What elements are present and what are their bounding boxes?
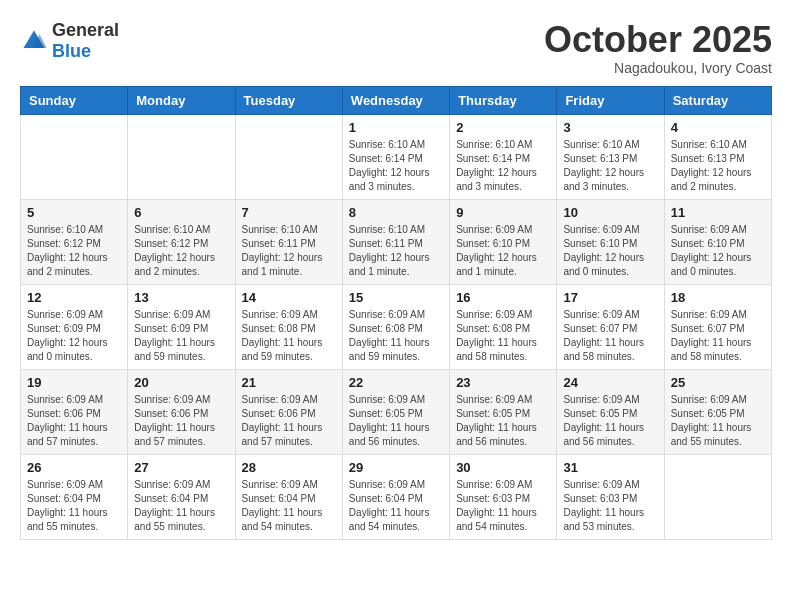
calendar-cell: 18Sunrise: 6:09 AM Sunset: 6:07 PM Dayli… <box>664 284 771 369</box>
calendar-cell: 29Sunrise: 6:09 AM Sunset: 6:04 PM Dayli… <box>342 454 449 539</box>
day-info: Sunrise: 6:09 AM Sunset: 6:07 PM Dayligh… <box>563 308 657 364</box>
calendar-cell: 9Sunrise: 6:09 AM Sunset: 6:10 PM Daylig… <box>450 199 557 284</box>
calendar-cell: 2Sunrise: 6:10 AM Sunset: 6:14 PM Daylig… <box>450 114 557 199</box>
calendar-cell: 25Sunrise: 6:09 AM Sunset: 6:05 PM Dayli… <box>664 369 771 454</box>
calendar-week-row: 12Sunrise: 6:09 AM Sunset: 6:09 PM Dayli… <box>21 284 772 369</box>
logo-wordmark: General Blue <box>52 20 119 62</box>
day-info: Sunrise: 6:09 AM Sunset: 6:08 PM Dayligh… <box>242 308 336 364</box>
day-number: 22 <box>349 375 443 390</box>
day-info: Sunrise: 6:09 AM Sunset: 6:08 PM Dayligh… <box>456 308 550 364</box>
calendar-cell <box>235 114 342 199</box>
calendar-cell: 19Sunrise: 6:09 AM Sunset: 6:06 PM Dayli… <box>21 369 128 454</box>
day-number: 1 <box>349 120 443 135</box>
logo-general: General <box>52 20 119 40</box>
calendar-cell <box>664 454 771 539</box>
calendar-cell: 24Sunrise: 6:09 AM Sunset: 6:05 PM Dayli… <box>557 369 664 454</box>
day-info: Sunrise: 6:09 AM Sunset: 6:06 PM Dayligh… <box>27 393 121 449</box>
day-info: Sunrise: 6:09 AM Sunset: 6:07 PM Dayligh… <box>671 308 765 364</box>
day-number: 21 <box>242 375 336 390</box>
day-info: Sunrise: 6:09 AM Sunset: 6:06 PM Dayligh… <box>134 393 228 449</box>
day-number: 17 <box>563 290 657 305</box>
weekday-header-tuesday: Tuesday <box>235 86 342 114</box>
day-info: Sunrise: 6:09 AM Sunset: 6:05 PM Dayligh… <box>671 393 765 449</box>
day-number: 10 <box>563 205 657 220</box>
page-header: General Blue October 2025 Nagadoukou, Iv… <box>20 20 772 76</box>
day-number: 23 <box>456 375 550 390</box>
calendar-cell: 30Sunrise: 6:09 AM Sunset: 6:03 PM Dayli… <box>450 454 557 539</box>
day-number: 30 <box>456 460 550 475</box>
day-info: Sunrise: 6:09 AM Sunset: 6:04 PM Dayligh… <box>134 478 228 534</box>
day-info: Sunrise: 6:10 AM Sunset: 6:14 PM Dayligh… <box>456 138 550 194</box>
calendar-table: SundayMondayTuesdayWednesdayThursdayFrid… <box>20 86 772 540</box>
day-number: 27 <box>134 460 228 475</box>
calendar-cell: 28Sunrise: 6:09 AM Sunset: 6:04 PM Dayli… <box>235 454 342 539</box>
day-number: 24 <box>563 375 657 390</box>
day-number: 9 <box>456 205 550 220</box>
day-number: 8 <box>349 205 443 220</box>
calendar-cell: 23Sunrise: 6:09 AM Sunset: 6:05 PM Dayli… <box>450 369 557 454</box>
day-info: Sunrise: 6:09 AM Sunset: 6:09 PM Dayligh… <box>27 308 121 364</box>
calendar-week-row: 5Sunrise: 6:10 AM Sunset: 6:12 PM Daylig… <box>21 199 772 284</box>
calendar-cell: 22Sunrise: 6:09 AM Sunset: 6:05 PM Dayli… <box>342 369 449 454</box>
day-number: 25 <box>671 375 765 390</box>
day-number: 3 <box>563 120 657 135</box>
calendar-cell: 31Sunrise: 6:09 AM Sunset: 6:03 PM Dayli… <box>557 454 664 539</box>
calendar-cell <box>21 114 128 199</box>
calendar-cell: 26Sunrise: 6:09 AM Sunset: 6:04 PM Dayli… <box>21 454 128 539</box>
day-number: 28 <box>242 460 336 475</box>
day-info: Sunrise: 6:09 AM Sunset: 6:05 PM Dayligh… <box>349 393 443 449</box>
day-number: 13 <box>134 290 228 305</box>
calendar-cell: 8Sunrise: 6:10 AM Sunset: 6:11 PM Daylig… <box>342 199 449 284</box>
calendar-cell: 21Sunrise: 6:09 AM Sunset: 6:06 PM Dayli… <box>235 369 342 454</box>
day-info: Sunrise: 6:09 AM Sunset: 6:10 PM Dayligh… <box>563 223 657 279</box>
logo-blue: Blue <box>52 41 91 61</box>
weekday-header-saturday: Saturday <box>664 86 771 114</box>
calendar-cell: 17Sunrise: 6:09 AM Sunset: 6:07 PM Dayli… <box>557 284 664 369</box>
day-number: 4 <box>671 120 765 135</box>
calendar-cell: 15Sunrise: 6:09 AM Sunset: 6:08 PM Dayli… <box>342 284 449 369</box>
day-info: Sunrise: 6:09 AM Sunset: 6:08 PM Dayligh… <box>349 308 443 364</box>
day-number: 16 <box>456 290 550 305</box>
day-info: Sunrise: 6:10 AM Sunset: 6:12 PM Dayligh… <box>27 223 121 279</box>
calendar-cell: 12Sunrise: 6:09 AM Sunset: 6:09 PM Dayli… <box>21 284 128 369</box>
day-number: 29 <box>349 460 443 475</box>
logo: General Blue <box>20 20 119 62</box>
calendar-cell: 11Sunrise: 6:09 AM Sunset: 6:10 PM Dayli… <box>664 199 771 284</box>
calendar-cell <box>128 114 235 199</box>
calendar-cell: 5Sunrise: 6:10 AM Sunset: 6:12 PM Daylig… <box>21 199 128 284</box>
month-title: October 2025 <box>544 20 772 60</box>
day-number: 15 <box>349 290 443 305</box>
day-info: Sunrise: 6:10 AM Sunset: 6:13 PM Dayligh… <box>563 138 657 194</box>
day-info: Sunrise: 6:09 AM Sunset: 6:10 PM Dayligh… <box>671 223 765 279</box>
calendar-cell: 16Sunrise: 6:09 AM Sunset: 6:08 PM Dayli… <box>450 284 557 369</box>
day-info: Sunrise: 6:09 AM Sunset: 6:04 PM Dayligh… <box>242 478 336 534</box>
calendar-cell: 10Sunrise: 6:09 AM Sunset: 6:10 PM Dayli… <box>557 199 664 284</box>
day-info: Sunrise: 6:10 AM Sunset: 6:11 PM Dayligh… <box>242 223 336 279</box>
day-number: 26 <box>27 460 121 475</box>
calendar-cell: 6Sunrise: 6:10 AM Sunset: 6:12 PM Daylig… <box>128 199 235 284</box>
logo-icon <box>20 27 48 55</box>
calendar-cell: 1Sunrise: 6:10 AM Sunset: 6:14 PM Daylig… <box>342 114 449 199</box>
calendar-cell: 27Sunrise: 6:09 AM Sunset: 6:04 PM Dayli… <box>128 454 235 539</box>
day-info: Sunrise: 6:09 AM Sunset: 6:04 PM Dayligh… <box>349 478 443 534</box>
day-info: Sunrise: 6:09 AM Sunset: 6:09 PM Dayligh… <box>134 308 228 364</box>
day-info: Sunrise: 6:09 AM Sunset: 6:03 PM Dayligh… <box>563 478 657 534</box>
day-info: Sunrise: 6:09 AM Sunset: 6:03 PM Dayligh… <box>456 478 550 534</box>
weekday-header-row: SundayMondayTuesdayWednesdayThursdayFrid… <box>21 86 772 114</box>
day-number: 20 <box>134 375 228 390</box>
day-number: 5 <box>27 205 121 220</box>
day-number: 6 <box>134 205 228 220</box>
day-info: Sunrise: 6:10 AM Sunset: 6:14 PM Dayligh… <box>349 138 443 194</box>
day-number: 2 <box>456 120 550 135</box>
day-number: 31 <box>563 460 657 475</box>
day-number: 11 <box>671 205 765 220</box>
location-subtitle: Nagadoukou, Ivory Coast <box>544 60 772 76</box>
calendar-cell: 20Sunrise: 6:09 AM Sunset: 6:06 PM Dayli… <box>128 369 235 454</box>
weekday-header-monday: Monday <box>128 86 235 114</box>
day-info: Sunrise: 6:09 AM Sunset: 6:05 PM Dayligh… <box>456 393 550 449</box>
day-info: Sunrise: 6:09 AM Sunset: 6:06 PM Dayligh… <box>242 393 336 449</box>
day-number: 14 <box>242 290 336 305</box>
weekday-header-thursday: Thursday <box>450 86 557 114</box>
weekday-header-friday: Friday <box>557 86 664 114</box>
day-info: Sunrise: 6:10 AM Sunset: 6:13 PM Dayligh… <box>671 138 765 194</box>
